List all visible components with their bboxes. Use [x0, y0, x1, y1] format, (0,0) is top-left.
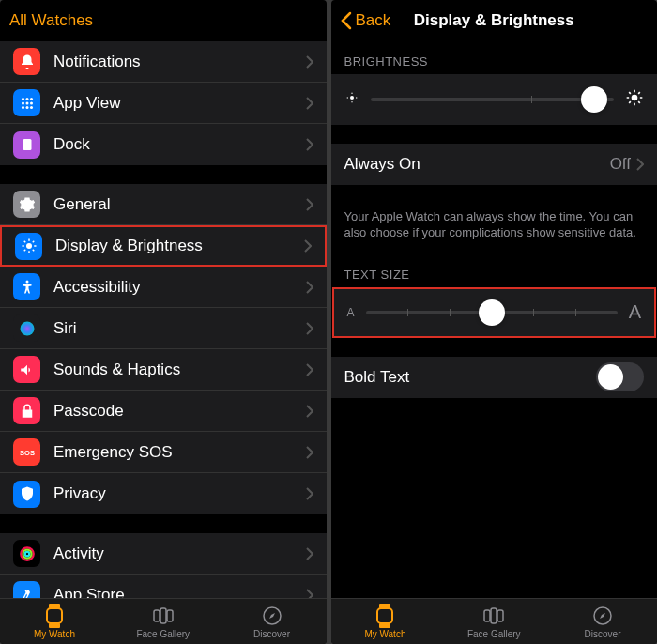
svg-line-17	[23, 250, 25, 252]
sounds-icon	[13, 356, 40, 383]
row-general[interactable]: General	[0, 184, 327, 225]
siri-icon	[13, 314, 40, 342]
row-siri[interactable]: Siri	[0, 308, 327, 349]
svg-rect-54	[377, 608, 392, 623]
svg-point-44	[632, 95, 638, 101]
chevron-right-icon	[306, 281, 313, 294]
svg-rect-55	[379, 623, 390, 628]
always-on-footer: Your Apple Watch can always show the tim…	[331, 204, 658, 254]
tab-label: My Watch	[34, 629, 75, 639]
back-button[interactable]: Back	[341, 11, 391, 30]
all-watches-link[interactable]: All Watches	[9, 11, 93, 30]
svg-point-19	[25, 280, 28, 283]
discover-icon	[261, 605, 283, 627]
svg-point-0	[22, 98, 24, 100]
row-passcode[interactable]: Passcode	[0, 391, 327, 432]
settings-list[interactable]: Notifications App View Dock General Disp…	[0, 41, 327, 598]
tab-facegallery[interactable]: Face Gallery	[439, 599, 548, 644]
svg-rect-9	[23, 139, 31, 150]
svg-line-51	[629, 101, 631, 103]
svg-point-2	[30, 98, 33, 100]
display-icon	[15, 233, 42, 260]
svg-point-4	[25, 101, 28, 104]
row-label: Notifications	[53, 53, 306, 71]
row-label: Emergency SOS	[53, 443, 306, 462]
row-appview[interactable]: App View	[0, 83, 327, 124]
row-label: Display & Brightness	[55, 237, 304, 255]
accessibility-icon	[13, 273, 40, 300]
mywatch-icon	[43, 605, 66, 627]
svg-text:SOS: SOS	[20, 449, 35, 457]
svg-point-1	[25, 98, 28, 100]
chevron-right-icon	[306, 198, 313, 211]
svg-rect-35	[154, 610, 160, 621]
row-label: Dock	[53, 135, 306, 154]
brightness-low-icon	[344, 90, 359, 109]
svg-point-39	[350, 96, 354, 100]
tab-mywatch[interactable]: My Watch	[331, 599, 440, 644]
row-label: App Store	[53, 586, 306, 599]
bold-text-toggle[interactable]	[596, 362, 644, 391]
text-size-large-icon: A	[629, 301, 641, 323]
tab-facegallery[interactable]: Face Gallery	[109, 599, 218, 644]
svg-line-49	[629, 92, 631, 94]
sos-icon: SOS	[13, 438, 40, 466]
svg-line-16	[32, 250, 34, 252]
row-activity[interactable]: Activity	[0, 533, 327, 575]
tab-label: Discover	[253, 629, 290, 639]
brightness-header: BRIGHTNESS	[331, 41, 658, 74]
tab-label: Face Gallery	[467, 629, 521, 639]
svg-point-3	[22, 101, 24, 104]
text-size-header: TEXT SIZE	[331, 254, 658, 287]
tab-discover[interactable]: Discover	[218, 599, 327, 644]
svg-point-10	[26, 243, 32, 249]
appstore-icon	[13, 581, 40, 598]
row-sos[interactable]: SOS Emergency SOS	[0, 432, 327, 473]
notifications-icon	[13, 48, 40, 75]
privacy-icon	[13, 481, 40, 508]
row-label: Siri	[53, 319, 306, 338]
text-size-small-icon: A	[347, 306, 355, 319]
tab-mywatch[interactable]: My Watch	[0, 599, 109, 644]
tab-discover[interactable]: Discover	[548, 599, 657, 644]
chevron-right-icon	[306, 363, 313, 376]
svg-point-7	[25, 106, 28, 109]
row-label: General	[53, 195, 306, 214]
svg-line-15	[23, 241, 25, 243]
row-sounds[interactable]: Sounds & Haptics	[0, 349, 327, 391]
svg-point-5	[30, 101, 33, 104]
row-display[interactable]: Display & Brightness	[0, 225, 327, 267]
row-accessibility[interactable]: Accessibility	[0, 267, 327, 308]
row-appstore[interactable]: App Store	[0, 575, 327, 598]
svg-rect-34	[49, 623, 60, 628]
tab-bar: My WatchFace GalleryDiscover	[331, 598, 658, 644]
header: Back Display & Brightness	[331, 0, 658, 41]
svg-point-8	[30, 106, 33, 109]
svg-rect-56	[484, 610, 490, 621]
always-on-row[interactable]: Always On Off	[331, 144, 658, 185]
svg-rect-58	[497, 610, 503, 621]
svg-point-20	[20, 321, 34, 335]
header: All Watches	[0, 0, 327, 41]
chevron-right-icon	[306, 487, 313, 500]
chevron-right-icon	[306, 55, 313, 69]
watch-settings-screen: All Watches Notifications App View Dock …	[0, 0, 327, 644]
row-privacy[interactable]: Privacy	[0, 473, 327, 514]
row-label: Activity	[53, 544, 306, 563]
row-notifications[interactable]: Notifications	[0, 41, 327, 83]
svg-line-52	[638, 92, 640, 94]
activity-icon	[13, 540, 40, 567]
text-size-slider[interactable]	[366, 311, 618, 314]
row-label: Accessibility	[53, 278, 306, 297]
brightness-slider[interactable]	[371, 98, 615, 101]
chevron-right-icon	[304, 239, 312, 253]
brightness-slider-row	[331, 74, 658, 125]
chevron-right-icon	[306, 589, 313, 599]
svg-rect-33	[47, 608, 62, 623]
settings-list[interactable]: BRIGHTNESS Always On Off Your Apple Watc…	[331, 41, 658, 598]
tab-label: Face Gallery	[136, 629, 190, 639]
row-dock[interactable]: Dock	[0, 124, 327, 165]
chevron-right-icon	[306, 97, 313, 110]
mywatch-icon	[374, 605, 396, 627]
row-label: Privacy	[53, 484, 306, 503]
